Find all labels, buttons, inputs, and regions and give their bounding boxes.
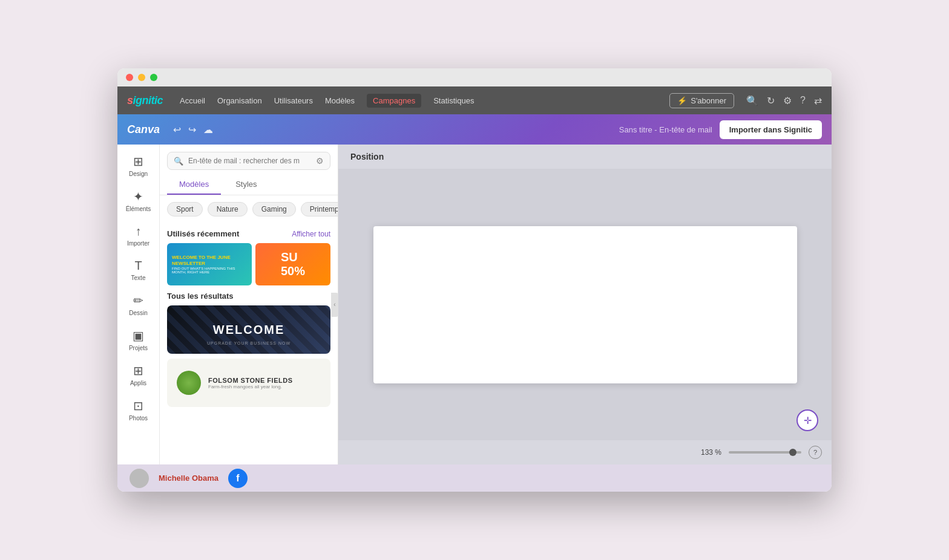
sidebar-item-photos[interactable]: ⊡ Photos [121,394,156,426]
result-card-welcome[interactable]: WELCOME UPGRADE YOUR BUSINESS NOW [167,305,330,354]
apps-icon: ⊞ [133,363,143,378]
recent-templates: WELCOME TO THE JUNE NEWSLETTER FIND OUT … [167,243,330,285]
search-icon[interactable]: 🔍 [746,95,758,106]
canvas-header: Position [338,145,832,169]
nav-accueil[interactable]: Accueil [180,96,205,105]
settings-icon[interactable]: ⚙ [783,95,792,106]
user-name: Michelle Obama [159,474,218,483]
lightning-icon: ⚡ [677,96,687,105]
chip-printemps[interactable]: Printemps [301,202,338,217]
dessin-label: Dessin [129,310,148,316]
canvas-footer: 133 % ? [338,440,832,464]
chip-sport[interactable]: Sport [167,202,203,217]
chip-gaming[interactable]: Gaming [252,202,296,217]
elements-icon: ✦ [133,189,143,204]
chip-nature[interactable]: Nature [208,202,248,217]
photos-icon: ⊡ [133,399,143,413]
sidebar-item-projets[interactable]: ▣ Projets [121,324,156,356]
user-avatar [130,469,149,488]
logout-icon[interactable]: ⇄ [814,95,822,106]
signitic-logo: signitic [127,94,163,107]
projets-label: Projets [129,345,148,351]
olive-graphic [177,371,201,395]
refresh-icon[interactable]: ↻ [767,95,775,106]
show-all-link[interactable]: Afficher tout [292,230,330,238]
canva-logo: Canva [127,123,160,136]
result-card-folsom[interactable]: FOLSOM STONE FIELDS Farm-fresh mangoes a… [167,359,330,407]
canva-toolbar: Canva ↩ ↪ ☁ Sans titre - En-tête de mail… [117,114,832,145]
nav-campagnes[interactable]: Campagnes [367,94,421,108]
sidebar-item-applis[interactable]: ⊞ Applis [121,359,156,391]
template-card-newsletter[interactable]: WELCOME TO THE JUNE NEWSLETTER FIND OUT … [167,243,252,285]
maximize-btn[interactable] [150,74,157,81]
subscribe-button[interactable]: ⚡ S'abonner [669,93,734,108]
tab-modeles[interactable]: Modèles [167,175,221,195]
main-content: ⊞ Design ✦ Éléments ↑ Importer T Texte ✏… [117,145,832,464]
sidebar-item-texte[interactable]: T Texte [121,254,156,286]
search-input[interactable] [188,157,311,165]
canvas-frame[interactable] [373,226,797,383]
position-label: Position [350,152,819,161]
sidebar-item-importer[interactable]: ↑ Importer [121,220,156,252]
sidebar-item-elements[interactable]: ✦ Éléments [121,184,156,217]
search-area: 🔍 ⚙ [160,145,338,175]
template-sub: FIND OUT WHAT'S HAPPENING THIS MONTH, RI… [172,267,247,274]
design-icon: ⊞ [133,154,143,169]
nav-icons: 🔍 ↻ ⚙ ? ⇄ [746,95,822,106]
help-icon[interactable]: ? [800,95,806,106]
upload-icon: ↑ [136,224,142,238]
facebook-icon[interactable]: f [228,469,248,488]
tab-styles[interactable]: Styles [223,175,269,195]
results-section-header: Tous les résultats [167,291,330,301]
close-btn[interactable] [126,74,133,81]
sale-text: SU50% [281,250,305,278]
elements-label: Éléments [126,206,151,212]
document-title: Sans titre - En-tête de mail [619,125,712,134]
search-icon: 🔍 [174,157,183,166]
sidebar-item-dessin[interactable]: ✏ Dessin [121,288,156,321]
filter-icon[interactable]: ⚙ [316,156,324,166]
titlebar [117,68,832,86]
nav-modeles[interactable]: Modèles [325,96,355,105]
panel-tabs: Modèles Styles [160,175,338,195]
plus-icon: ✛ [804,415,812,426]
photos-label: Photos [129,415,148,422]
search-box: 🔍 ⚙ [167,152,330,170]
importer-label: Importer [127,240,149,247]
canvas-area: Position ✛ 133 % ? [338,145,832,464]
zoom-thumb[interactable] [789,449,796,456]
brand-sub: Farm-fresh mangoes all year long. [208,384,292,389]
canvas-workspace[interactable] [338,169,832,440]
app-window: signitic Accueil Organisation Utilisateu… [117,68,832,492]
panel-collapse-handle[interactable]: ‹ [331,293,338,317]
import-button[interactable]: Importer dans Signitic [720,120,822,139]
add-element-button[interactable]: ✛ [796,409,818,431]
applis-label: Applis [130,380,146,386]
nav-utilisateurs[interactable]: Utilisateurs [274,96,313,105]
sidebar-item-design[interactable]: ⊞ Design [121,149,156,182]
zoom-slider[interactable] [729,451,801,454]
upgrade-text: UPGRADE YOUR BUSINESS NOW [207,341,291,345]
template-title: WELCOME TO THE JUNE NEWSLETTER [172,255,247,266]
zoom-level: 133 % [701,448,721,457]
canvas-help-button[interactable]: ? [809,446,822,459]
pencil-icon: ✏ [133,293,143,308]
filter-chips: Sport Nature Gaming Printemps › [160,195,338,223]
undo-button[interactable]: ↩ [173,124,181,135]
fb-label: f [236,473,239,484]
recent-title: Utilisés récemment [167,229,239,238]
folder-icon: ▣ [133,328,144,343]
sidebar-icons: ⊞ Design ✦ Éléments ↑ Importer T Texte ✏… [117,145,160,464]
redo-button[interactable]: ↪ [188,124,196,135]
recent-section-header: Utilisés récemment Afficher tout [167,229,330,238]
text-icon: T [134,259,142,273]
nav-organisation[interactable]: Organisation [217,96,262,105]
minimize-btn[interactable] [138,74,145,81]
nav-statistiques[interactable]: Statistiques [433,96,474,105]
template-card-sale[interactable]: SU50% [255,243,330,285]
texte-label: Texte [131,275,146,281]
cloud-save-button[interactable]: ☁ [203,124,213,135]
bottom-bar: Michelle Obama f [117,464,832,492]
design-label: Design [129,171,148,177]
results-title: Tous les résultats [167,291,234,301]
